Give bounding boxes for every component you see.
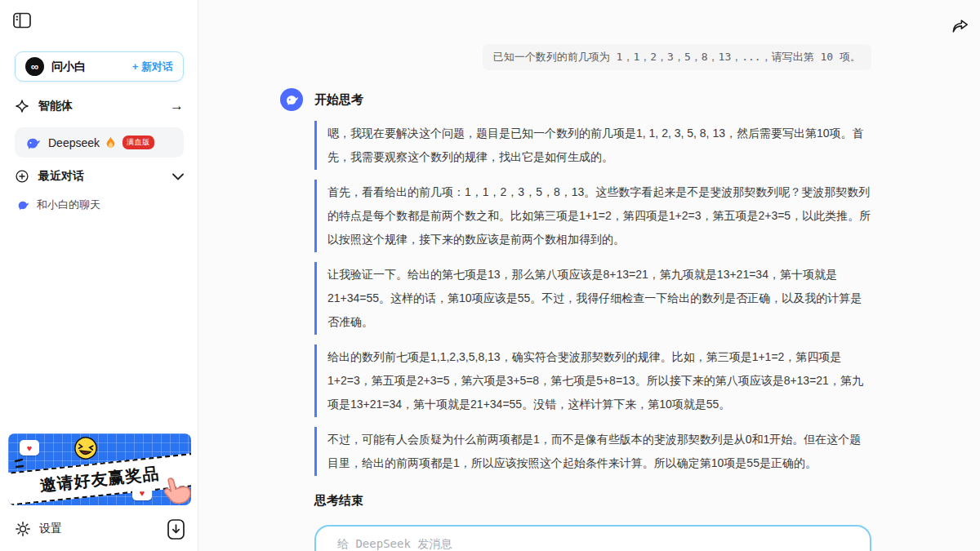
- heart-badge-icon: ♥: [20, 440, 39, 455]
- thinking-paragraph: 嗯，我现在要解决这个问题，题目是已知一个数列的前几项是1, 1, 2, 3, 5…: [314, 121, 871, 170]
- thinking-paragraph: 让我验证一下。给出的第七项是13，那么第八项应该是8+13=21，第九项就是13…: [314, 262, 871, 335]
- clock-plus-icon: [15, 169, 29, 184]
- user-message-bubble: 已知一个数列的前几项为 1，1，2，3，5，8，13，...，请写出第 10 项…: [483, 44, 871, 70]
- sidebar: ∞ 问小白 + 新对话 智能体 → Deepseek: [0, 0, 198, 551]
- brand-card[interactable]: ∞ 问小白 + 新对话: [15, 51, 184, 82]
- thinking-paragraph: 给出的数列前七项是1,1,2,3,5,8,13，确实符合斐波那契数列的规律。比如…: [314, 344, 871, 417]
- thinking-paragraph: 不过，可能有人会质疑为什么前两项都是1，而不是像有些版本的斐波那契数列是从0和1…: [314, 427, 871, 476]
- recent-chat-title: 和小白的聊天: [37, 198, 100, 212]
- chat-thread: 已知一个数列的前几项为 1，1，2，3，5，8，13，...，请写出第 10 项…: [280, 0, 871, 551]
- recent-chats-label: 最近对话: [38, 169, 84, 184]
- app-window: ∞ 问小白 + 新对话 智能体 → Deepseek: [0, 0, 980, 551]
- download-app-icon[interactable]: [167, 519, 185, 540]
- settings-row[interactable]: 设置: [15, 518, 185, 540]
- whale-icon-small: [16, 198, 29, 211]
- recent-chat-item[interactable]: 和小白的聊天: [15, 197, 184, 213]
- user-message-row: 已知一个数列的前几项为 1，1，2，3，5，8，13，...，请写出第 10 项…: [280, 44, 871, 70]
- agents-label: 智能体: [38, 99, 73, 113]
- flame-icon: [105, 136, 116, 149]
- gear-icon: [15, 521, 31, 537]
- sidebar-item-recent-chats[interactable]: 最近对话: [15, 167, 184, 185]
- settings-label: 设置: [39, 522, 62, 536]
- full-power-badge: 满血版: [122, 136, 154, 149]
- share-icon[interactable]: [951, 18, 969, 34]
- thinking-content: 嗯，我现在要解决这个问题，题目是已知一个数列的前几项是1, 1, 2, 3, 5…: [314, 121, 871, 476]
- new-chat-button[interactable]: + 新对话: [132, 60, 173, 74]
- deepseek-label: Deepseek: [48, 136, 100, 149]
- heart-badge-icon: ♥: [132, 485, 152, 500]
- invite-promo-banner[interactable]: ♥ 邀请好友赢奖品 ♥: [8, 433, 191, 505]
- sidebar-item-agents[interactable]: 智能体 →: [15, 96, 184, 116]
- assistant-header: 开始思考: [280, 88, 871, 111]
- thinking-paragraph: 首先，看看给出的前几项：1，1，2，3，5，8，13。这些数字看起来是不是斐波那…: [314, 180, 871, 252]
- chat-main-area: 已知一个数列的前几项为 1，1，2，3，5，8，13，...，请写出第 10 项…: [198, 0, 980, 551]
- message-composer[interactable]: 深度思考(R1) 联网搜索: [314, 525, 871, 551]
- thinking-start-label: 开始思考: [314, 92, 363, 108]
- brand-name: 问小白: [51, 60, 86, 74]
- sidebar-item-deepseek[interactable]: Deepseek 满血版: [15, 127, 184, 158]
- wenxiaobai-logo: ∞: [25, 57, 44, 76]
- message-input[interactable]: [337, 537, 746, 550]
- chevron-down-icon[interactable]: [172, 173, 184, 180]
- laughing-emoji-icon: [73, 435, 100, 462]
- sidebar-collapse-icon[interactable]: [13, 12, 31, 29]
- sparkle-icon: [15, 99, 29, 113]
- deepseek-whale-icon: [24, 135, 41, 151]
- thinking-end-label: 思考结束: [314, 493, 871, 509]
- speed-lines-decor: [14, 458, 25, 471]
- arrow-right-icon: →: [170, 98, 184, 114]
- deepseek-avatar: [280, 88, 303, 111]
